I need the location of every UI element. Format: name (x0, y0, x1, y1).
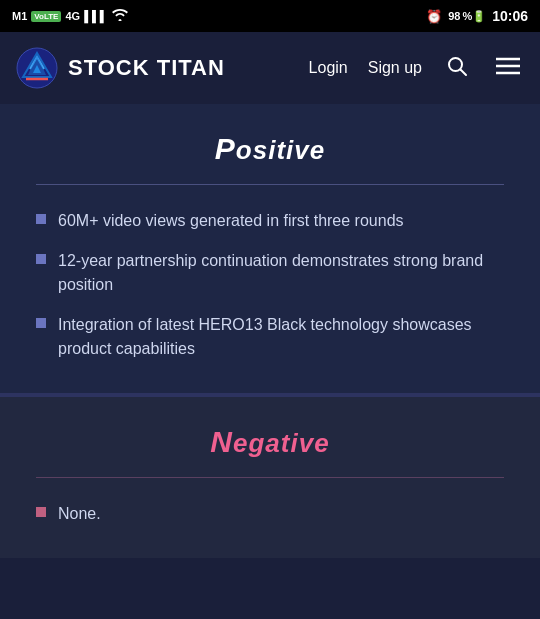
positive-divider (36, 184, 504, 185)
wifi-icon (112, 9, 128, 23)
bullet-icon (36, 214, 46, 224)
alarm-icon: ⏰ (426, 9, 442, 24)
battery-symbol: %🔋 (462, 10, 486, 23)
main-content: Positive 60M+ video views generated in f… (0, 104, 540, 558)
status-left: M1 VoLTE 4G ▌▌▌ (12, 9, 128, 23)
navbar: STOCK TITAN Login Sign up (0, 32, 540, 104)
signal-bars: ▌▌▌ (84, 10, 107, 22)
status-right: ⏰ 98 %🔋 10:06 (426, 8, 528, 24)
status-bar: M1 VoLTE 4G ▌▌▌ ⏰ 98 %🔋 10:06 (0, 0, 540, 32)
positive-section: Positive 60M+ video views generated in f… (0, 104, 540, 393)
bullet-icon (36, 318, 46, 328)
brand-name-text: STOCK TITAN (68, 57, 225, 79)
brand-logo-icon (16, 47, 58, 89)
negative-item-1: None. (58, 502, 101, 526)
search-icon (446, 55, 468, 77)
login-link[interactable]: Login (309, 59, 348, 77)
positive-title: Positive (36, 132, 504, 166)
carrier-text: M1 (12, 10, 27, 22)
hamburger-icon (496, 57, 520, 75)
positive-item-2: 12-year partnership continuation demonst… (58, 249, 504, 297)
positive-item-1: 60M+ video views generated in first thre… (58, 209, 404, 233)
battery-indicator: 98 %🔋 (448, 10, 486, 23)
signup-link[interactable]: Sign up (368, 59, 422, 77)
svg-line-3 (461, 69, 467, 75)
search-button[interactable] (442, 51, 472, 86)
list-item: Integration of latest HERO13 Black techn… (36, 313, 504, 361)
time-display: 10:06 (492, 8, 528, 24)
menu-button[interactable] (492, 53, 524, 84)
battery-percent: 98 (448, 10, 460, 22)
list-item: 12-year partnership continuation demonst… (36, 249, 504, 297)
bullet-icon (36, 507, 46, 517)
negative-divider (36, 477, 504, 478)
positive-bullet-list: 60M+ video views generated in first thre… (36, 209, 504, 361)
brand-area[interactable]: STOCK TITAN (16, 47, 225, 89)
negative-title: Negative (36, 425, 504, 459)
navbar-links: Login Sign up (309, 51, 524, 86)
negative-bullet-list: None. (36, 502, 504, 526)
bullet-icon (36, 254, 46, 264)
positive-item-3: Integration of latest HERO13 Black techn… (58, 313, 504, 361)
list-item: None. (36, 502, 504, 526)
network-type: 4G (65, 10, 80, 22)
negative-section: Negative None. (0, 393, 540, 558)
list-item: 60M+ video views generated in first thre… (36, 209, 504, 233)
volte-badge: VoLTE (31, 11, 61, 22)
